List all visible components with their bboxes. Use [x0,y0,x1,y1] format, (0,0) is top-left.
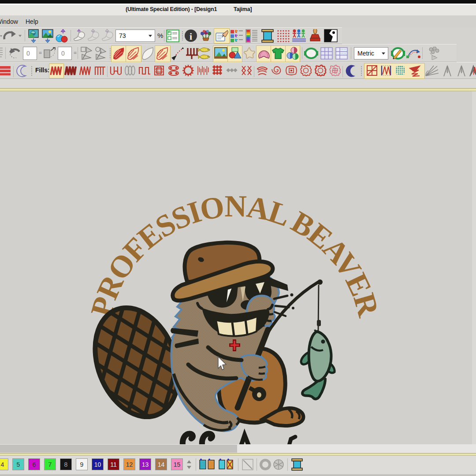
svg-text:i: i [190,31,192,42]
